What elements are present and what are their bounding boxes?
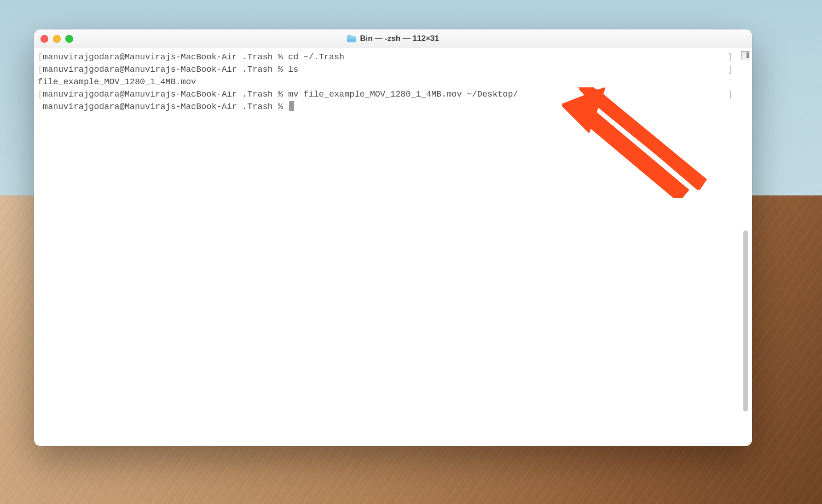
fullscreen-button[interactable] bbox=[65, 35, 73, 43]
folder-icon bbox=[347, 35, 356, 42]
scrollbar-thumb[interactable] bbox=[743, 230, 748, 412]
terminal-content[interactable]: [manuvirajgodara@Manuvirajs-MacBook-Air … bbox=[34, 48, 739, 446]
minimize-button[interactable] bbox=[53, 35, 61, 43]
command-text: mv file_example_MOV_1280_1_4MB.mov ~/Des… bbox=[288, 90, 518, 99]
terminal-window: Bin — -zsh — 112×31 [manuvirajgodara@Man… bbox=[34, 29, 752, 446]
terminal-line: [manuvirajgodara@Manuvirajs-MacBook-Air … bbox=[38, 88, 735, 101]
right-gutter bbox=[739, 48, 752, 446]
window-title-text: Bin — -zsh — 112×31 bbox=[360, 34, 439, 43]
command-text: cd ~/.Trash bbox=[288, 52, 344, 62]
terminal-line: [manuvirajgodara@Manuvirajs-MacBook-Air … bbox=[38, 63, 735, 76]
panel-toggle-icon[interactable] bbox=[741, 51, 750, 59]
terminal-line: [manuvirajgodara@Manuvirajs-MacBook-Air … bbox=[38, 51, 735, 63]
terminal-body: [manuvirajgodara@Manuvirajs-MacBook-Air … bbox=[34, 48, 752, 446]
cursor-icon bbox=[289, 101, 294, 111]
scrollbar[interactable] bbox=[742, 64, 749, 442]
window-title: Bin — -zsh — 112×31 bbox=[34, 34, 752, 43]
titlebar[interactable]: Bin — -zsh — 112×31 bbox=[34, 29, 752, 48]
terminal-prompt-line: manuvirajgodara@Manuvirajs-MacBook-Air .… bbox=[38, 101, 735, 113]
command-text: ls bbox=[288, 65, 298, 74]
traffic-lights bbox=[41, 35, 73, 43]
desktop-background: Bin — -zsh — 112×31 [manuvirajgodara@Man… bbox=[0, 0, 822, 504]
terminal-output-line: file_example_MOV_1280_1_4MB.mov bbox=[38, 76, 735, 88]
close-button[interactable] bbox=[41, 35, 48, 43]
